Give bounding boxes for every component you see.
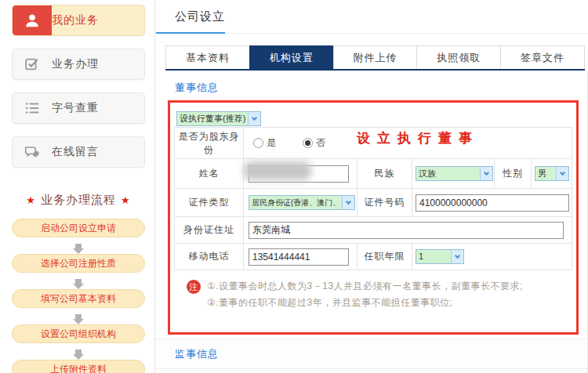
sidebar-item-business-handling[interactable]: 业务办理 (12, 49, 145, 80)
down-arrow-icon (12, 273, 145, 289)
address-input[interactable] (249, 222, 564, 239)
section-divider (155, 368, 587, 369)
mobile-input[interactable] (249, 248, 349, 266)
title-divider (155, 33, 588, 34)
sidebar-item-online-message[interactable]: 在线留言 (12, 136, 145, 168)
director-type-select[interactable]: 设执行董事(推荐) (176, 111, 261, 126)
gender-select[interactable]: 男 (535, 166, 569, 181)
id-number-input[interactable] (416, 194, 569, 212)
annotation-box: 设执行董事(推荐) 是否为股东身份 (168, 100, 579, 335)
down-arrow-icon (12, 237, 145, 254)
flow-title: ★业务办理流程★ (12, 193, 145, 208)
name-input[interactable] (249, 165, 349, 183)
chevron-down-icon (451, 250, 463, 263)
director-form-table: 是否为股东身份 是 否 (174, 127, 572, 270)
gender-select-value: 男 (535, 167, 556, 180)
id-type-select[interactable]: 居民身份证(香港、澳门、台湾) (249, 195, 355, 210)
chevron-down-icon (342, 196, 354, 209)
tenure-select[interactable]: 1 (416, 249, 464, 264)
page-title: 公司设立 (175, 9, 225, 24)
star-icon: ★ (26, 194, 36, 206)
flow-step-set-organization[interactable]: 设置公司组织机构 (12, 324, 145, 343)
section-divider (155, 339, 587, 339)
id-type-select-value: 居民身份证(香港、澳门、台湾) (249, 196, 342, 209)
sidebar: 我的业务 业务办理 字号查重 在线留言 ★业务办理流程★ 启动公司设立申请 选择… (12, 5, 145, 373)
note-badge-icon: 注 (187, 280, 201, 294)
form-note: 注 ①.设董事会时总人数为3－13人并且必须有一名董事长，副董事长不要求; ②.… (187, 278, 523, 311)
flow-step-choose-registration-type[interactable]: 选择公司注册性质 (12, 254, 145, 273)
flow-step-fill-basic-info[interactable]: 填写公司基本资料 (12, 289, 145, 308)
tab-organization-setup[interactable]: 机构设置 (249, 45, 333, 69)
tab-panel: 董事信息 设执行董事(推荐) 是否为股东身份 (155, 72, 588, 373)
radio-label-yes: 是 (267, 136, 276, 150)
sidebar-item-label: 在线留言 (52, 137, 144, 167)
ethnicity-select[interactable]: 汉族 (416, 166, 493, 181)
shareholder-label: 是否为股东身份 (175, 128, 244, 159)
table-row: 移动电话 任职年限 1 (175, 244, 572, 270)
ethnicity-select-value: 汉族 (416, 167, 480, 180)
chat-icon (13, 137, 52, 167)
sidebar-item-my-business[interactable]: 我的业务 (12, 5, 145, 36)
id-type-label: 证件类型 (175, 189, 244, 217)
table-row: 证件类型 居民身份证(香港、澳门、台湾) 证件号码 (175, 189, 572, 217)
tab-signature-documents[interactable]: 签章文件 (500, 45, 585, 69)
director-type-select-value: 设执行董事(推荐) (177, 112, 248, 125)
note-line-2: ②.董事的任职不能超过3年，并且监事不能担任董事职位; (207, 295, 523, 311)
radio-checked-icon (303, 138, 313, 148)
mobile-label: 移动电话 (175, 244, 244, 270)
tab-license-collection[interactable]: 执照领取 (416, 45, 500, 69)
radio-label-no: 否 (316, 136, 325, 150)
red-annotation-text: 设立执行董事 (357, 129, 479, 147)
radio-option-no[interactable]: 否 (303, 136, 325, 150)
note-line-1: ①.设董事会时总人数为3－13人并且必须有一名董事长，副董事长不要求; (207, 278, 523, 295)
address-label: 身份证住址 (175, 217, 244, 244)
ethnicity-label: 民族 (358, 159, 412, 189)
chevron-down-icon (480, 167, 492, 180)
tenure-select-value: 1 (416, 250, 451, 263)
radio-option-yes[interactable]: 是 (253, 136, 276, 150)
chevron-down-icon (248, 112, 260, 125)
name-label: 姓名 (175, 159, 244, 189)
main-content: 公司设立 基本资料 机构设置 附件上传 执照领取 签章文件 董事信息 设执行董事… (154, 0, 588, 373)
check-square-icon (13, 49, 52, 79)
star-icon: ★ (121, 194, 131, 206)
list-icon (13, 93, 52, 123)
chevron-down-icon (556, 167, 568, 180)
app-window: 我的业务 业务办理 字号查重 在线留言 ★业务办理流程★ 启动公司设立申请 选择… (0, 0, 588, 373)
tab-basic-info[interactable]: 基本资料 (165, 45, 249, 69)
tab-attachment-upload[interactable]: 附件上传 (333, 45, 417, 69)
sidebar-item-label: 我的业务 (52, 5, 144, 35)
section-link-director-info[interactable]: 董事信息 (175, 81, 219, 95)
tab-bar: 基本资料 机构设置 附件上传 执照领取 签章文件 (165, 45, 585, 71)
user-icon (13, 5, 52, 35)
down-arrow-icon (12, 308, 145, 324)
table-row: 姓名 民族 汉族 (175, 159, 572, 189)
sidebar-item-label: 业务办理 (52, 49, 144, 79)
down-arrow-icon (12, 343, 145, 360)
radio-icon (253, 138, 263, 148)
flow-step-upload-attachments[interactable]: 上传附件资料 (12, 360, 145, 373)
flow-step-start-application[interactable]: 启动公司设立申请 (12, 219, 145, 237)
gender-label: 性别 (495, 159, 532, 189)
table-row: 身份证住址 (175, 217, 572, 244)
sidebar-item-name-check[interactable]: 字号查重 (12, 92, 145, 124)
id-number-label: 证件号码 (358, 189, 412, 217)
tenure-label: 任职年限 (358, 244, 412, 270)
sidebar-item-label: 字号查重 (52, 93, 144, 123)
section-link-supervisor-info[interactable]: 监事信息 (175, 347, 219, 361)
